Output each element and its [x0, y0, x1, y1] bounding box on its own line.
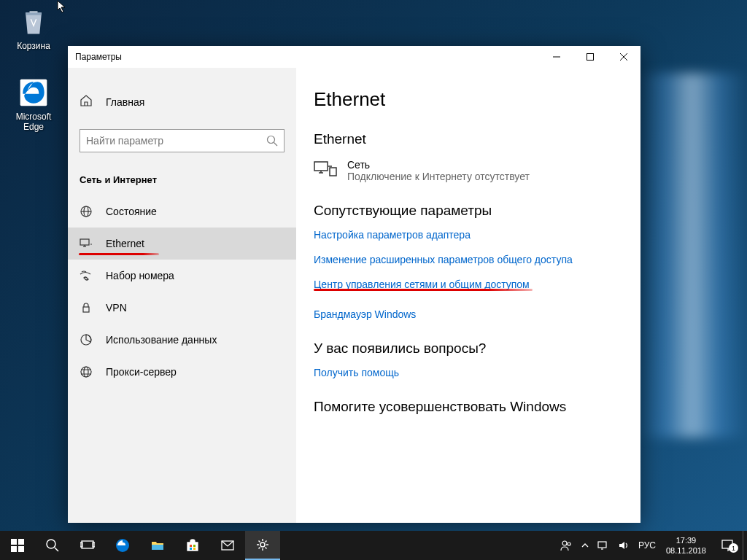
svg-rect-27 — [11, 546, 17, 552]
page-title: Ethernet — [314, 88, 623, 111]
link-advanced-sharing[interactable]: Изменение расширенных параметров общего … — [314, 254, 623, 265]
section-header: Сеть и Интернет — [68, 168, 296, 195]
window-title: Параметры — [75, 52, 122, 62]
svg-rect-23 — [330, 168, 336, 176]
svg-rect-44 — [598, 542, 606, 548]
search-box[interactable] — [80, 129, 285, 152]
sidebar: Главная Сеть и Интернет Состояние Ethern… — [68, 68, 296, 523]
svg-line-30 — [55, 548, 58, 551]
nav-data-usage[interactable]: Использование данных — [68, 324, 296, 356]
nav-label: VPN — [106, 302, 127, 314]
notifications-button[interactable]: 1 — [712, 539, 743, 552]
recycle-bin-icon[interactable]: Корзина — [6, 6, 61, 51]
edge-label: Microsoft Edge — [6, 112, 61, 132]
network-name: Сеть — [347, 159, 530, 171]
titlebar[interactable]: Параметры — [68, 46, 640, 68]
search-button[interactable] — [35, 531, 70, 560]
network-status: Подключение к Интернету отсутствует — [347, 171, 530, 182]
proxy-icon — [80, 365, 93, 378]
svg-rect-35 — [152, 545, 163, 550]
nav-label: Использование данных — [106, 334, 217, 346]
edge-taskbar-icon[interactable] — [105, 531, 140, 560]
svg-rect-20 — [314, 162, 328, 171]
start-button[interactable] — [0, 531, 35, 560]
annotation-underline — [314, 289, 533, 291]
store-taskbar-icon[interactable] — [175, 531, 210, 560]
svg-point-42 — [562, 541, 567, 545]
clock-time: 17:39 — [666, 535, 706, 545]
close-button[interactable] — [607, 46, 640, 68]
link-firewall[interactable]: Брандмауэр Windows — [314, 308, 623, 320]
nav-dialup[interactable]: Набор номера — [68, 260, 296, 292]
tray-expand-icon[interactable] — [577, 531, 593, 560]
task-view-button[interactable] — [70, 531, 105, 560]
maximize-button[interactable] — [573, 46, 607, 68]
svg-rect-10 — [80, 239, 89, 245]
network-entry[interactable]: Сеть Подключение к Интернету отсутствует — [314, 159, 623, 182]
vpn-icon — [80, 301, 93, 314]
ethernet-icon — [80, 237, 93, 250]
link-help[interactable]: Получить помощь — [314, 367, 623, 378]
svg-rect-25 — [11, 539, 17, 545]
notif-badge: 1 — [729, 543, 738, 553]
annotation-underline — [79, 253, 159, 255]
svg-rect-39 — [193, 548, 196, 550]
minimize-button[interactable] — [540, 46, 573, 68]
nav-ethernet[interactable]: Ethernet — [68, 228, 296, 260]
search-icon — [266, 135, 278, 147]
nav-vpn[interactable]: VPN — [68, 292, 296, 324]
recycle-bin-label: Корзина — [6, 41, 61, 51]
language-indicator[interactable]: РУС — [634, 531, 660, 560]
related-heading: Сопутствующие параметры — [314, 203, 623, 219]
svg-rect-2 — [587, 54, 594, 61]
svg-point-5 — [268, 136, 275, 144]
svg-rect-38 — [190, 548, 192, 550]
nav-proxy[interactable]: Прокси-сервер — [68, 356, 296, 388]
mail-taskbar-icon[interactable] — [210, 531, 245, 560]
nav-label: Набор номера — [106, 270, 174, 281]
improve-heading: Помогите усовершенствовать Windows — [314, 399, 623, 415]
status-icon — [80, 205, 93, 218]
nav-label: Ethernet — [106, 238, 144, 249]
clock[interactable]: 17:39 08.11.2018 — [660, 535, 712, 556]
svg-point-16 — [81, 367, 91, 377]
svg-point-17 — [84, 367, 88, 377]
home-link[interactable]: Главная — [68, 88, 296, 116]
network-icon — [314, 160, 337, 178]
show-desktop-button[interactable] — [743, 531, 747, 560]
taskbar: РУС 17:39 08.11.2018 1 — [0, 531, 747, 560]
explorer-taskbar-icon[interactable] — [140, 531, 175, 560]
svg-point-29 — [47, 540, 55, 548]
svg-rect-37 — [193, 545, 196, 547]
people-icon[interactable] — [555, 531, 577, 560]
settings-taskbar-icon[interactable] — [245, 531, 280, 560]
svg-rect-26 — [18, 539, 24, 545]
svg-rect-14 — [83, 307, 89, 312]
svg-line-6 — [274, 143, 278, 147]
svg-point-43 — [568, 542, 570, 545]
home-label: Главная — [106, 96, 144, 108]
edge-icon[interactable]: Microsoft Edge — [6, 77, 61, 132]
svg-rect-31 — [82, 541, 93, 548]
home-icon — [80, 94, 93, 110]
nav-label: Состояние — [106, 206, 157, 217]
settings-window: Параметры Главная Сеть и Интернет Состоя… — [68, 46, 640, 523]
volume-tray-icon[interactable] — [614, 531, 634, 560]
svg-rect-36 — [190, 545, 192, 547]
network-tray-icon[interactable] — [593, 531, 614, 560]
system-tray: РУС 17:39 08.11.2018 1 — [555, 531, 747, 560]
nav-label: Прокси-сервер — [106, 366, 177, 378]
main-content: Ethernet Ethernet Сеть Подключение к Инт… — [296, 68, 640, 523]
search-input[interactable] — [86, 135, 266, 147]
svg-point-41 — [260, 542, 265, 547]
clock-date: 08.11.2018 — [666, 545, 706, 556]
questions-heading: У вас появились вопросы? — [314, 341, 623, 357]
nav-status[interactable]: Состояние — [68, 195, 296, 228]
network-heading: Ethernet — [314, 131, 623, 147]
svg-rect-28 — [18, 546, 24, 552]
link-adapter-settings[interactable]: Настройка параметров адаптера — [314, 229, 623, 241]
cursor-icon — [57, 0, 67, 16]
dialup-icon — [80, 269, 93, 282]
data-icon — [80, 333, 93, 346]
